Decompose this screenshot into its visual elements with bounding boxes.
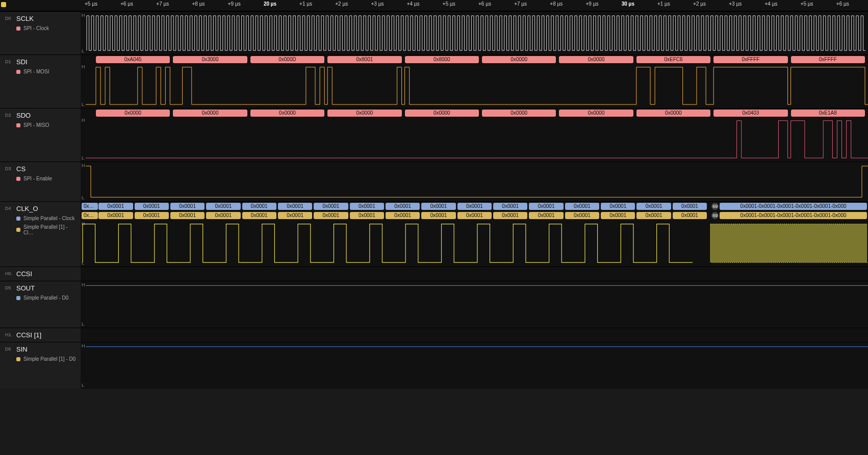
channel-gutter[interactable]: D2 SDO SPI - MISO [0, 109, 81, 162]
decoded-value[interactable]: 0x0000 [482, 110, 556, 117]
waveform-track[interactable]: H L [81, 162, 868, 201]
channel-gutter[interactable]: D6 SIN Simple Parallel [1] - D0 [0, 342, 81, 389]
channel-row-d0: D0 SCLK SPI - Clock H L [0, 11, 868, 55]
decoded-value[interactable]: 0x0001 [98, 203, 133, 210]
decoded-value[interactable]: 0x0001 [242, 212, 276, 219]
decoded-value[interactable]: 0x0000 [173, 110, 247, 117]
channel-gutter[interactable]: D5 SOUT Simple Parallel - D0 [0, 281, 81, 328]
decoded-value[interactable]: 0xE1A8 [791, 110, 865, 117]
decoded-value[interactable]: 0x0001 [135, 203, 169, 210]
waveform-track[interactable]: H L 0x00010x00010x00010x00010x00010x0001… [81, 202, 868, 266]
channel-name: CS [16, 165, 78, 173]
waveform-track[interactable] [81, 328, 868, 342]
decoded-value[interactable]: 0x0001 [135, 212, 169, 219]
decoded-value[interactable]: 0xFFFF [713, 56, 787, 63]
decoded-value[interactable]: 0x0000 [327, 110, 401, 117]
decoded-value[interactable]: 0x0001 [82, 203, 98, 210]
decoded-value[interactable]: 0x0000 [559, 56, 633, 63]
ruler-gutter [0, 0, 81, 11]
decoded-value[interactable]: 0x0001-0x0001-0x0001-0x0001-0x0001-0x000 [720, 203, 867, 210]
ruler-tick: +9 µs [228, 0, 241, 11]
channel-rows: D0 SCLK SPI - Clock H L D1 SDI SPI - M [0, 11, 868, 455]
decoded-value[interactable]: 0x0001 [82, 212, 98, 219]
channel-gutter[interactable]: D0 SCLK SPI - Clock [0, 12, 81, 55]
decoded-value[interactable]: 0x0001 [278, 203, 312, 210]
decoded-value[interactable]: 0x3000 [173, 56, 247, 63]
channel-gutter[interactable]: D3 CS SPI - Enable [0, 162, 81, 201]
waveform-track[interactable] [81, 267, 868, 281]
decoded-value[interactable]: 0x0001 [493, 212, 527, 219]
decoded-value[interactable]: 0x0001-0x0001-0x0001-0x0001-0x0001-0x000 [720, 212, 867, 219]
decoded-value[interactable]: 0x0001 [278, 212, 312, 219]
decoded-value[interactable]: 0x0000 [482, 56, 556, 63]
decoded-value[interactable]: 0x0001 [565, 203, 599, 210]
channel-gutter[interactable]: D4 CLK_O Simple Parallel - Clock Simple … [0, 202, 81, 266]
decoder-tag[interactable]: Simple Parallel - D0 [16, 295, 78, 301]
timing-marker-icon[interactable] [1, 2, 6, 7]
decoded-value[interactable]: 0x0000 [96, 110, 170, 117]
decoded-value[interactable]: 0x0001 [98, 212, 133, 219]
decoder-tag[interactable]: Simple Parallel [1] - Cl… [16, 224, 78, 235]
decoded-value[interactable]: 0x0000 [636, 110, 710, 117]
decoder-tag[interactable]: SPI - Clock [16, 25, 78, 31]
waveform-track[interactable]: H L [81, 12, 868, 55]
decoded-value[interactable]: 0x0001 [493, 203, 527, 210]
decoded-value[interactable]: 0x0001 [601, 203, 635, 210]
decoded-value[interactable]: 0x000D [250, 56, 324, 63]
decoded-value[interactable]: 0x0001 [636, 203, 671, 210]
channel-gutter[interactable]: H0. CCSI [0, 267, 81, 281]
waveform-track[interactable]: H L [81, 342, 868, 389]
decoded-value[interactable]: 0x0001 [673, 212, 707, 219]
decoder-tag[interactable]: SPI - MISO [16, 122, 78, 128]
decoded-value[interactable]: 0x0001 [242, 203, 276, 210]
decoded-value[interactable]: 0x0403 [713, 110, 787, 117]
decoder-tag[interactable]: SPI - Enable [16, 176, 78, 181]
decoder-label: SPI - Clock [23, 25, 49, 31]
decoded-value[interactable]: 0x0001 [421, 212, 455, 219]
decoded-value[interactable]: 0x0001 [386, 212, 420, 219]
decoded-value[interactable]: 0xFFFF [791, 56, 865, 63]
decoded-value[interactable]: 0x0001 [314, 212, 348, 219]
decoded-value[interactable]: 0x0001 [386, 203, 420, 210]
decoder-label: Simple Parallel - D0 [23, 295, 68, 301]
decoded-value[interactable]: 0x0001 [350, 203, 384, 210]
decoded-value[interactable]: 0x0001 [529, 203, 563, 210]
decoded-value[interactable]: 0x0000 [405, 110, 479, 117]
decoded-value[interactable]: 0x0001 [350, 212, 384, 219]
time-ruler[interactable]: +5 µs+6 µs+7 µs+8 µs+9 µs20 µs+1 µs+2 µs… [0, 0, 868, 11]
waveform-track[interactable]: H L 0xA0450x30000x000D0x80010x80000x0000… [81, 55, 868, 108]
decoder-tag[interactable]: SPI - MOSI [16, 69, 78, 74]
decoded-value[interactable]: 0x0001 [529, 212, 563, 219]
waveform-track[interactable]: H L 0x00000x00000x00000x00000x00000x0000… [81, 109, 868, 162]
decoded-value[interactable]: 0x0001 [673, 203, 707, 210]
decoded-value[interactable]: 0x0001 [314, 203, 348, 210]
channel-gutter[interactable]: H1. CCSI [1] [0, 328, 81, 342]
decoder-tag[interactable]: Simple Parallel [1] - D0 [16, 356, 78, 362]
ruler-track[interactable]: +5 µs+6 µs+7 µs+8 µs+9 µs20 µs+1 µs+2 µs… [81, 0, 868, 11]
decoder-color-swatch [16, 123, 20, 127]
decoded-value[interactable]: 0x0000 [559, 110, 633, 117]
decoded-value[interactable]: 0x0001 [170, 212, 205, 219]
decoded-value[interactable]: 0x0001 [457, 212, 492, 219]
decoded-value[interactable]: 0x8001 [327, 56, 401, 63]
logic-analyzer-view: +5 µs+6 µs+7 µs+8 µs+9 µs20 µs+1 µs+2 µs… [0, 0, 868, 455]
decoded-value[interactable]: 0xA045 [96, 56, 170, 63]
decoded-value[interactable]: 0x0001 [206, 203, 240, 210]
waveform [81, 12, 868, 55]
decoded-value[interactable]: 0xEFC6 [636, 56, 710, 63]
decoded-value[interactable]: 0x0001 [457, 203, 492, 210]
waveform-track[interactable]: H L [81, 281, 868, 328]
decoded-value[interactable]: 0x0001 [601, 212, 635, 219]
decoded-value[interactable]: 0x0000 [250, 110, 324, 117]
decoded-value[interactable]: 0x8000 [405, 56, 479, 63]
decoded-value[interactable]: 0x0001 [636, 212, 671, 219]
decoder-tag[interactable]: Simple Parallel - Clock [16, 216, 78, 221]
channel-gutter[interactable]: D1 SDI SPI - MOSI [0, 55, 81, 108]
ruler-tick: +5 µs [801, 0, 813, 11]
decoded-value[interactable]: 0x0001 [206, 212, 240, 219]
decoded-value[interactable]: 0x0001 [565, 212, 599, 219]
decoded-value[interactable]: 0x0001 [170, 203, 205, 210]
channel-index: D2 [5, 113, 11, 118]
decoded-value[interactable]: 0x0001 [421, 203, 455, 210]
ruler-tick: +4 µs [764, 0, 777, 11]
